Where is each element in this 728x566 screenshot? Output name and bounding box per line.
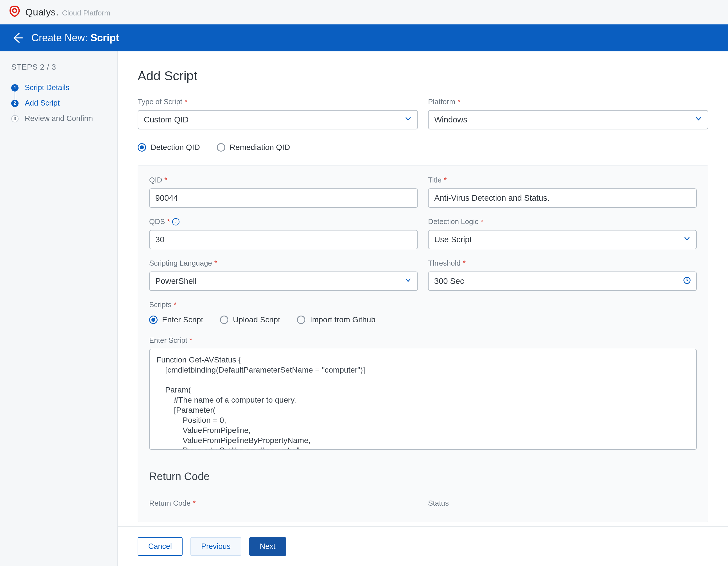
radio-label: Import from Github	[310, 315, 375, 324]
required-icon: *	[481, 217, 483, 226]
select-value: Windows	[434, 115, 467, 124]
page-title: Add Script	[138, 68, 708, 83]
required-icon: *	[463, 259, 466, 268]
label-scripts: Scripts	[149, 300, 171, 309]
select-value: Custom QID	[144, 115, 189, 124]
main-content: Add Script Type of Script * Custom QID P…	[118, 51, 728, 566]
info-icon[interactable]: i	[172, 218, 179, 226]
label-enter-script: Enter Script	[149, 336, 187, 345]
input-qid[interactable]	[149, 188, 418, 208]
wizard-footer: Cancel Previous Next	[118, 526, 728, 566]
select-value: PowerShell	[155, 277, 197, 286]
header-prefix: Create New:	[31, 32, 90, 44]
chevron-down-icon	[404, 277, 412, 286]
step-add-script[interactable]: 2 Add Script	[11, 96, 106, 111]
field-scripts: Scripts * Enter Script Upload Script	[149, 300, 697, 326]
qid-details-panel: QID * Title * QDS * i Detection Logic *	[138, 165, 708, 522]
field-title: Title *	[428, 176, 697, 208]
step-review[interactable]: 3 Review and Confirm	[11, 111, 106, 126]
required-icon: *	[174, 300, 176, 309]
label-qid: QID	[149, 176, 162, 185]
field-qid: QID *	[149, 176, 418, 208]
required-icon: *	[185, 97, 187, 106]
clock-icon[interactable]	[683, 276, 691, 286]
radio-label: Enter Script	[162, 315, 203, 324]
back-arrow-icon[interactable]	[11, 32, 24, 44]
select-platform[interactable]: Windows	[428, 110, 708, 130]
radio-detection-qid[interactable]: Detection QID	[138, 143, 200, 152]
select-type-of-script[interactable]: Custom QID	[138, 110, 418, 130]
return-code-section: Return Code	[149, 459, 697, 489]
required-icon: *	[190, 336, 192, 345]
radio-dot-icon	[217, 143, 225, 152]
radio-dot-icon	[220, 315, 228, 324]
field-enter-script: Enter Script * Function Get-AVStatus { […	[149, 336, 697, 450]
required-icon: *	[164, 176, 167, 185]
step-number-icon: 2	[11, 100, 19, 107]
chevron-down-icon	[695, 115, 702, 124]
radio-remediation-qid[interactable]: Remediation QID	[217, 143, 290, 152]
step-number-icon: 1	[11, 84, 19, 92]
svg-point-0	[13, 9, 17, 13]
radio-dot-icon	[149, 315, 158, 324]
field-threshold: Threshold *	[428, 259, 697, 291]
radio-label: Upload Script	[233, 315, 280, 324]
radio-label: Remediation QID	[230, 143, 290, 152]
label-type-of-script: Type of Script	[138, 97, 182, 106]
field-platform: Platform * Windows	[428, 97, 708, 130]
step-number-icon: 3	[11, 115, 19, 122]
select-detection-logic[interactable]: Use Script	[428, 230, 697, 249]
field-type-of-script: Type of Script * Custom QID	[138, 97, 418, 130]
field-scripting-language: Scripting Language * PowerShell	[149, 259, 418, 291]
required-icon: *	[444, 176, 447, 185]
radio-label: Detection QID	[151, 143, 200, 152]
radio-upload-script[interactable]: Upload Script	[220, 315, 280, 324]
steps-counter: STEPS 2 / 3	[11, 63, 106, 72]
input-threshold[interactable]	[428, 272, 697, 291]
wizard-sidebar: STEPS 2 / 3 1 Script Details 2 Add Scrip…	[0, 51, 118, 566]
cancel-button[interactable]: Cancel	[138, 537, 183, 556]
qid-type-radios: Detection QID Remediation QID	[138, 141, 708, 154]
label-status: Status	[428, 499, 449, 508]
chevron-down-icon	[404, 115, 412, 124]
radio-dot-icon	[138, 143, 146, 152]
next-button[interactable]: Next	[249, 537, 286, 556]
label-qds: QDS	[149, 217, 165, 226]
step-script-details[interactable]: 1 Script Details	[11, 80, 106, 96]
field-return-status: Status	[428, 499, 697, 512]
select-scripting-language[interactable]: PowerShell	[149, 272, 418, 291]
label-return-code: Return Code	[149, 499, 190, 508]
step-label: Script Details	[25, 83, 69, 92]
required-icon: *	[458, 97, 460, 106]
brand-sub: Cloud Platform	[62, 9, 110, 17]
radio-dot-icon	[297, 315, 305, 324]
select-value: Use Script	[434, 235, 472, 244]
header-name: Script	[90, 32, 119, 44]
required-icon: *	[214, 259, 217, 268]
label-threshold: Threshold	[428, 259, 461, 268]
radio-enter-script[interactable]: Enter Script	[149, 315, 203, 324]
input-title[interactable]	[428, 188, 697, 208]
field-qds: QDS * i	[149, 217, 418, 249]
label-platform: Platform	[428, 97, 455, 106]
label-scripting-language: Scripting Language	[149, 259, 212, 268]
radio-import-github[interactable]: Import from Github	[297, 315, 375, 324]
label-detection-logic: Detection Logic	[428, 217, 478, 226]
chevron-down-icon	[683, 235, 691, 244]
input-qds[interactable]	[149, 230, 418, 249]
previous-button[interactable]: Previous	[190, 537, 241, 556]
brand-name: Qualys.	[25, 7, 59, 18]
page-header: Create New: Script	[0, 24, 728, 51]
textarea-script[interactable]: Function Get-AVStatus { [cmdletbinding(D…	[149, 349, 697, 450]
step-label: Review and Confirm	[25, 114, 93, 123]
required-icon: *	[193, 499, 195, 508]
step-label: Add Script	[25, 99, 60, 108]
brand-bar: Qualys. Cloud Platform	[0, 0, 728, 24]
field-detection-logic: Detection Logic * Use Script	[428, 217, 697, 249]
logo-qualys-icon	[9, 6, 20, 19]
label-title: Title	[428, 176, 442, 185]
field-return-code: Return Code *	[149, 499, 418, 512]
return-code-title: Return Code	[149, 470, 697, 483]
required-icon: *	[167, 217, 170, 226]
